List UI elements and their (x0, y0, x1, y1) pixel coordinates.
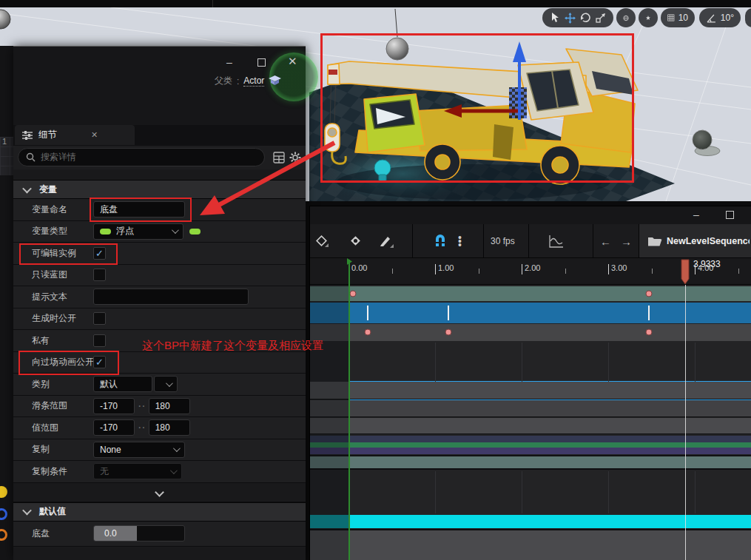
rotation-snap-button[interactable]: 10° (699, 8, 741, 27)
sequence-breadcrumb[interactable]: NewLevelSequence (667, 236, 750, 246)
variable-section-header[interactable]: 变量 (13, 180, 306, 199)
angle-snap-icon (706, 13, 717, 23)
section-key-marker[interactable] (648, 306, 650, 320)
section-collapse-chevron (22, 183, 32, 193)
default-value-slider[interactable]: 0.0 (93, 525, 185, 542)
sequencer-maximize-button[interactable] (726, 211, 734, 219)
value-range-label: 值范围 (32, 422, 58, 434)
container-type-pill-icon[interactable] (189, 229, 201, 235)
details-body: 变量 变量命名底盘变量类型浮点可编辑实例✓只读蓝图提示文本生成时公开私有向过场动… (13, 169, 306, 560)
variable-section: 变量 变量命名底盘变量类型浮点可编辑实例✓只读蓝图提示文本生成时公开私有向过场动… (13, 180, 306, 547)
slider-range-min-input[interactable]: -170 (93, 398, 135, 414)
property-matrix-icon[interactable] (272, 151, 286, 164)
tooltip-input[interactable] (93, 289, 249, 305)
transform-tools-group (542, 8, 613, 27)
float-type-pill-icon (100, 229, 111, 235)
select-tool-icon[interactable] (550, 13, 560, 23)
settings-gear-icon[interactable] (289, 151, 302, 164)
keyframe-bottom[interactable] (364, 329, 371, 336)
value-range-min-input[interactable]: -170 (93, 419, 135, 436)
maximize-button[interactable] (257, 58, 266, 67)
variable-pin-blue-icon[interactable] (0, 508, 7, 520)
playhead-marker[interactable] (680, 258, 690, 286)
replication-label: 复制 (32, 443, 50, 456)
move-tool-icon[interactable] (565, 13, 576, 24)
rotate-tool-icon[interactable] (580, 13, 591, 23)
instance-editable-checkbox[interactable]: ✓ (93, 247, 106, 260)
replication-dropdown[interactable]: None (93, 442, 185, 458)
rotation-snap-value: 10° (721, 13, 734, 23)
camera-speed-button[interactable] (745, 8, 751, 27)
auto-key-icon[interactable] (348, 234, 363, 249)
keyframe-options-icon[interactable] (314, 234, 329, 249)
detail-row-blueprint-readonly: 只读蓝图 (13, 265, 306, 287)
default-value-row: 底盘 0.0 (13, 522, 306, 547)
globe-icon (623, 13, 629, 24)
var-type-dropdown[interactable]: 浮点 (93, 223, 183, 240)
curve-editor-icon[interactable] (548, 234, 565, 249)
keyframe-bottom[interactable] (645, 329, 652, 336)
expose-to-cinematics-checkbox[interactable]: ✓ (93, 356, 106, 368)
tab-close-icon[interactable]: ✕ (91, 130, 98, 140)
forward-arrow-icon[interactable]: → (621, 235, 632, 247)
app-root: 10 10° 1 – ✕ 父类 : Actor (0, 0, 751, 560)
detail-row-replication: 复制None (13, 439, 306, 462)
back-arrow-icon[interactable]: ← (600, 235, 611, 247)
surface-snap-button[interactable] (639, 8, 658, 27)
slider-range-max-input[interactable]: 180 (149, 398, 190, 414)
default-value-label: 底盘 (32, 527, 50, 540)
category-dropdown-button[interactable] (154, 376, 178, 392)
grid-snap-value: 10 (678, 13, 688, 23)
sequencer-minimize-button[interactable]: – (693, 209, 699, 220)
var-name-label: 变量命名 (32, 203, 67, 216)
grid-snap-button[interactable]: 10 (661, 8, 695, 27)
chrome-sphere-actor[interactable] (386, 38, 408, 60)
fps-value: 30 fps (491, 236, 515, 246)
section-key-marker[interactable] (448, 306, 449, 320)
parent-class-link[interactable]: Actor (243, 75, 264, 87)
tab-details[interactable]: 细节 ✕ (15, 125, 135, 145)
snap-options-menu-icon[interactable]: ••• (458, 235, 462, 246)
tab-details-label: 细节 (38, 129, 57, 141)
category-input[interactable]: 默认 (93, 376, 152, 392)
expose-to-cinematics-label: 向过场动画公开 (32, 356, 94, 368)
annotation-text: 这个BP中新建了这个变量及相应设置 (142, 339, 323, 353)
surface-snap-icon (645, 13, 651, 24)
playback-start-marker[interactable] (346, 258, 353, 265)
scale-tool-icon[interactable] (596, 13, 606, 23)
section-key-marker[interactable] (367, 306, 368, 320)
cyan-section-bar[interactable] (348, 515, 751, 528)
slider-range-label: 滑条范围 (32, 399, 67, 412)
sequencer-window: – ••• 30 fps (309, 206, 751, 560)
sequencer-toolbar: ••• 30 fps ← → NewLevelSequence (310, 224, 751, 258)
variable-pin-yellow-icon[interactable] (0, 486, 7, 498)
search-input[interactable]: 搜索详情 (18, 148, 265, 166)
keyframe-top[interactable] (349, 291, 356, 297)
expose-on-spawn-checkbox[interactable] (93, 312, 106, 325)
detail-row-slider-range: 滑条范围-170··180 (13, 396, 306, 418)
advanced-expander[interactable] (13, 483, 306, 502)
value-range-max-input[interactable]: 180 (149, 419, 190, 436)
blueprint-readonly-label: 只读蓝图 (32, 269, 67, 281)
keyframe-bottom[interactable] (445, 329, 451, 336)
minimize-button[interactable]: – (226, 57, 232, 67)
world-space-button[interactable] (616, 8, 636, 27)
close-button[interactable]: ✕ (288, 56, 297, 67)
playback-start-line (348, 260, 350, 560)
private-checkbox[interactable] (93, 334, 106, 347)
ruler-tick-1.00: 1.00 (438, 263, 454, 272)
variable-pin-orange-icon[interactable] (0, 529, 7, 541)
edit-options-icon[interactable] (378, 234, 394, 249)
snap-magnet-icon[interactable] (433, 234, 448, 249)
breadcrumb-folder-icon[interactable] (647, 235, 662, 247)
var-name-input[interactable]: 底盘 (93, 201, 185, 217)
graph-label: 1 (2, 137, 7, 146)
blueprint-readonly-checkbox[interactable] (93, 269, 106, 281)
fps-dropdown[interactable]: 30 fps (491, 236, 515, 246)
detail-row-replication-condition: 复制条件无 (13, 461, 306, 483)
default-value-section-header[interactable]: 默认值 (13, 502, 306, 522)
keyframe-top[interactable] (645, 291, 652, 297)
blueprint-details-window: – ✕ 父类 : Actor 细节 ✕ (13, 46, 306, 560)
detail-row-tooltip: 提示文本 (13, 286, 306, 308)
out-of-range-overlay (310, 285, 348, 560)
